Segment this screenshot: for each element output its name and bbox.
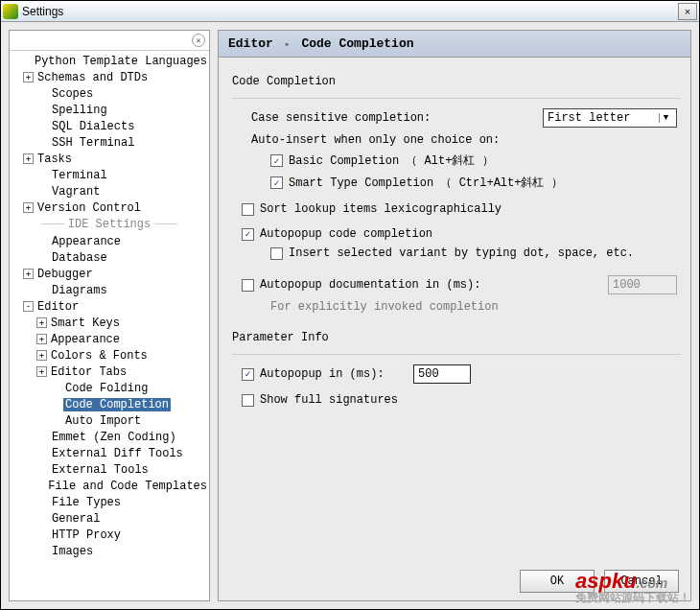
checkbox-show-full-sig[interactable] xyxy=(242,394,254,407)
tree-item[interactable]: Spelling xyxy=(10,102,209,118)
chevron-down-icon: ▼ xyxy=(659,113,672,123)
label-autopopup-doc: Autopopup documentation in (ms): xyxy=(260,278,608,292)
expand-icon[interactable]: + xyxy=(36,317,47,328)
expand-icon[interactable]: + xyxy=(36,334,47,344)
tree-item-label: File and Code Templates xyxy=(46,480,209,493)
tree-item[interactable]: Emmet (Zen Coding) xyxy=(10,429,209,445)
tree-item-label: External Tools xyxy=(50,463,151,477)
row-sort-lookup: Sort lookup items lexicographically xyxy=(232,202,677,216)
tree-item[interactable]: +Editor Tabs xyxy=(10,364,209,380)
tree-item-label: SSH Terminal xyxy=(50,136,136,150)
expand-icon[interactable]: + xyxy=(36,366,47,377)
tree-item[interactable]: External Diff Tools xyxy=(10,445,209,461)
tree-item[interactable]: External Tools xyxy=(10,461,209,478)
checkbox-autopopup-doc[interactable] xyxy=(242,279,254,292)
tree-item[interactable]: HTTP Proxy xyxy=(10,527,209,543)
tree-item-label: Version Control xyxy=(35,201,143,215)
window-title: Settings xyxy=(22,5,678,18)
tree-item-label: SQL Dialects xyxy=(50,120,136,133)
button-bar: OK Cancel xyxy=(219,564,690,600)
tree-item[interactable]: SQL Dialects xyxy=(10,118,209,134)
tree-item-label: Tasks xyxy=(35,152,74,166)
expand-icon[interactable]: + xyxy=(23,153,34,164)
expand-icon[interactable]: + xyxy=(23,269,34,279)
tree-item[interactable]: SSH Terminal xyxy=(10,134,209,151)
tree-item-label: Editor xyxy=(35,300,81,314)
settings-tree[interactable]: Python Template Languages+Schemas and DT… xyxy=(10,51,209,600)
left-panel: ✕ Python Template Languages+Schemas and … xyxy=(9,30,210,601)
tree-item[interactable]: Code Completion xyxy=(10,396,209,412)
input-autopopup-in-ms[interactable] xyxy=(413,364,471,384)
tree-item-label: Appearance xyxy=(50,235,123,248)
label-case-sensitive: Case sensitive completion: xyxy=(251,111,543,125)
tree-item[interactable]: +Schemas and DTDs xyxy=(10,69,209,85)
checkbox-autopopup-in[interactable] xyxy=(242,368,254,381)
tree-item[interactable]: +Version Control xyxy=(10,199,209,216)
tree-item-label: Images xyxy=(50,545,95,558)
cancel-button[interactable]: Cancel xyxy=(604,570,679,593)
tree-item-label: Emmet (Zen Coding) xyxy=(50,431,178,444)
search-input[interactable] xyxy=(13,33,192,48)
breadcrumb-root[interactable]: Editor xyxy=(228,36,273,51)
tree-item[interactable]: +Appearance xyxy=(10,331,209,347)
tree-item[interactable]: Code Folding xyxy=(10,380,209,396)
chevron-right-icon: ▸ xyxy=(285,39,291,50)
checkbox-sort-lookup[interactable] xyxy=(242,203,254,216)
checkbox-autopopup-code[interactable] xyxy=(242,228,254,241)
row-autopopup-doc: Autopopup documentation in (ms): xyxy=(232,275,677,294)
tree-item-label: External Diff Tools xyxy=(50,447,185,460)
tree-item[interactable]: +Smart Keys xyxy=(10,315,209,331)
tree-item[interactable]: Auto Import xyxy=(10,412,209,429)
label-smart-completion: Smart Type Completion （ Ctrl+Alt+斜杠 ） xyxy=(289,175,563,191)
tree-item[interactable]: File and Code Templates xyxy=(10,478,209,494)
checkbox-basic-completion[interactable] xyxy=(270,154,283,167)
tree-item-label: File Types xyxy=(50,496,123,509)
tree-item[interactable]: General xyxy=(10,510,209,527)
row-basic-completion: Basic Completion （ Alt+斜杠 ） xyxy=(232,152,677,169)
tree-item-label: Diagrams xyxy=(50,284,109,297)
clear-search-icon[interactable]: ✕ xyxy=(192,34,205,47)
tree-item-label: Python Template Languages xyxy=(33,55,209,68)
expand-icon[interactable]: + xyxy=(36,350,47,361)
tree-item[interactable]: -Editor xyxy=(10,298,209,315)
right-panel: Editor ▸ Code Completion Code Completion… xyxy=(218,30,691,601)
tree-item-label: Editor Tabs xyxy=(49,365,128,379)
tree-item[interactable]: +Colors & Fonts xyxy=(10,347,209,364)
tree-item-label: Terminal xyxy=(50,169,109,182)
tree-item-label: Code Folding xyxy=(63,382,150,395)
tree-item[interactable]: Scopes xyxy=(10,85,209,102)
breadcrumb-leaf: Code Completion xyxy=(301,36,413,51)
collapse-icon[interactable]: - xyxy=(23,301,34,312)
label-show-full-sig: Show full signatures xyxy=(260,393,398,407)
checkbox-insert-variant[interactable] xyxy=(270,247,283,260)
expand-icon[interactable]: + xyxy=(23,72,34,82)
tree-item[interactable]: Database xyxy=(10,249,209,266)
label-autopopup-in: Autopopup in (ms): xyxy=(260,367,413,381)
input-autopopup-doc-ms xyxy=(608,275,677,294)
close-button[interactable]: × xyxy=(678,3,697,20)
row-show-full-sig: Show full signatures xyxy=(232,393,677,407)
tree-item[interactable]: Terminal xyxy=(10,167,209,183)
tree-item-label: General xyxy=(50,512,102,526)
ok-button[interactable]: OK xyxy=(520,570,595,593)
tree-item-label: Vagrant xyxy=(50,185,102,199)
label-insert-variant: Insert selected variant by typing dot, s… xyxy=(289,246,634,260)
tree-item[interactable]: Vagrant xyxy=(10,183,209,199)
section-code-completion: Code Completion xyxy=(232,75,677,88)
tree-item[interactable]: +Tasks xyxy=(10,151,209,167)
row-smart-completion: Smart Type Completion （ Ctrl+Alt+斜杠 ） xyxy=(232,175,677,191)
tree-item[interactable]: +Debugger xyxy=(10,266,209,282)
tree-item[interactable]: Appearance xyxy=(10,233,209,249)
tree-item-label: Spelling xyxy=(50,104,109,117)
row-autopopup-in: Autopopup in (ms): xyxy=(232,364,677,384)
expand-icon[interactable]: + xyxy=(23,202,34,213)
tree-item[interactable]: Images xyxy=(10,543,209,559)
checkbox-smart-completion[interactable] xyxy=(270,176,283,189)
row-insert-variant: Insert selected variant by typing dot, s… xyxy=(232,246,677,260)
tree-item[interactable]: File Types xyxy=(10,494,209,510)
app-icon xyxy=(3,4,18,19)
select-case-sensitive[interactable]: First letter ▼ xyxy=(543,108,677,128)
tree-item[interactable]: Diagrams xyxy=(10,282,209,298)
tree-item[interactable]: Python Template Languages xyxy=(10,53,209,69)
label-autopopup-code: Autopopup code completion xyxy=(260,227,432,241)
